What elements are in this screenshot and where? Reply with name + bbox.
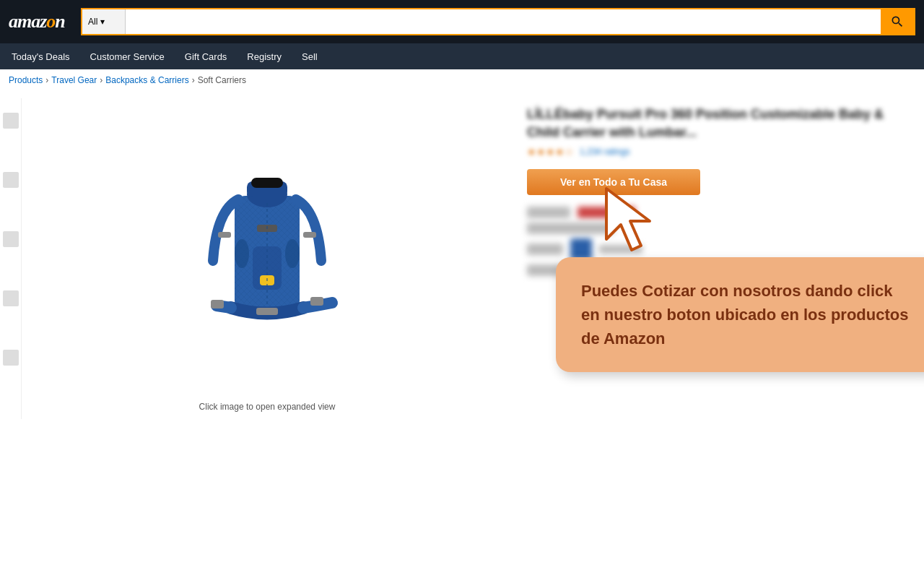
breadcrumb-travel-gear[interactable]: Travel Gear xyxy=(51,75,97,85)
stars-icon: ★★★★☆ xyxy=(527,146,574,158)
tooltip-message: Puedes Cotizar con nosotros dando click … xyxy=(581,279,913,350)
svg-rect-15 xyxy=(256,308,278,315)
thumbnail-3[interactable] xyxy=(3,231,19,247)
nav-item-registry[interactable]: Registry xyxy=(244,47,284,66)
search-category-button[interactable]: All ▾ xyxy=(82,9,126,34)
breadcrumb: Products › Travel Gear › Backpacks & Car… xyxy=(0,69,924,91)
nav-item-gift-cards[interactable]: Gift Cards xyxy=(182,47,230,66)
header: amazon All ▾ xyxy=(0,0,924,43)
svg-point-17 xyxy=(285,239,300,268)
breadcrumb-sep-3: › xyxy=(192,75,195,85)
amazon-logo[interactable]: amazon xyxy=(9,11,74,33)
left-sidebar xyxy=(0,98,22,419)
category-arrow-icon: ▾ xyxy=(100,17,105,27)
search-icon xyxy=(890,14,905,29)
breadcrumb-sep-1: › xyxy=(45,75,48,85)
thumbnail-5[interactable] xyxy=(3,350,19,366)
nav-item-sell[interactable]: Sell xyxy=(299,47,321,66)
category-label: All xyxy=(88,17,97,27)
svg-rect-8 xyxy=(218,232,231,238)
thumbnail-1[interactable] xyxy=(3,113,19,129)
rating-count: 1,234 ratings xyxy=(580,147,629,157)
product-rating: ★★★★☆ 1,234 ratings xyxy=(527,146,910,158)
product-image[interactable] xyxy=(123,105,411,394)
svg-rect-12 xyxy=(310,297,323,306)
breadcrumb-backpacks[interactable]: Backpacks & Carriers xyxy=(105,75,188,85)
product-image-section: Click image to open expanded view xyxy=(22,98,513,419)
navbar: Today's Deals Customer Service Gift Card… xyxy=(0,43,924,69)
breadcrumb-sep-2: › xyxy=(100,75,103,85)
blurred-detail-2 xyxy=(527,223,910,234)
image-caption: Click image to open expanded view xyxy=(199,402,336,412)
breadcrumb-current: Soft Carriers xyxy=(198,75,246,85)
svg-rect-9 xyxy=(303,232,316,238)
svg-marker-19 xyxy=(606,189,650,250)
blurred-block-1 xyxy=(527,207,570,218)
svg-rect-7 xyxy=(251,178,283,188)
product-info-section: LÍLLÉbaby Pursuit Pro 360 Position Custo… xyxy=(513,98,924,419)
product-title: LÍLLÉbaby Pursuit Pro 360 Position Custo… xyxy=(527,105,910,142)
breadcrumb-products[interactable]: Products xyxy=(9,75,43,85)
main-content: Click image to open expanded view LÍLLÉb… xyxy=(0,91,924,426)
nav-item-customer-service[interactable]: Customer Service xyxy=(87,47,167,66)
svg-point-16 xyxy=(235,239,249,268)
search-input[interactable] xyxy=(126,9,881,34)
cursor-arrow-icon xyxy=(599,185,664,260)
svg-rect-11 xyxy=(211,300,224,309)
thumbnail-2[interactable] xyxy=(3,172,19,188)
search-bar: All ▾ xyxy=(81,8,915,35)
carrier-svg xyxy=(195,138,339,362)
tooltip-overlay: Puedes Cotizar con nosotros dando click … xyxy=(556,243,924,372)
blurred-detail-1 xyxy=(527,207,910,218)
tooltip-box: Puedes Cotizar con nosotros dando click … xyxy=(556,257,924,372)
search-button[interactable] xyxy=(881,9,914,34)
nav-item-todays-deals[interactable]: Today's Deals xyxy=(9,47,73,66)
thumbnail-4[interactable] xyxy=(3,290,19,306)
